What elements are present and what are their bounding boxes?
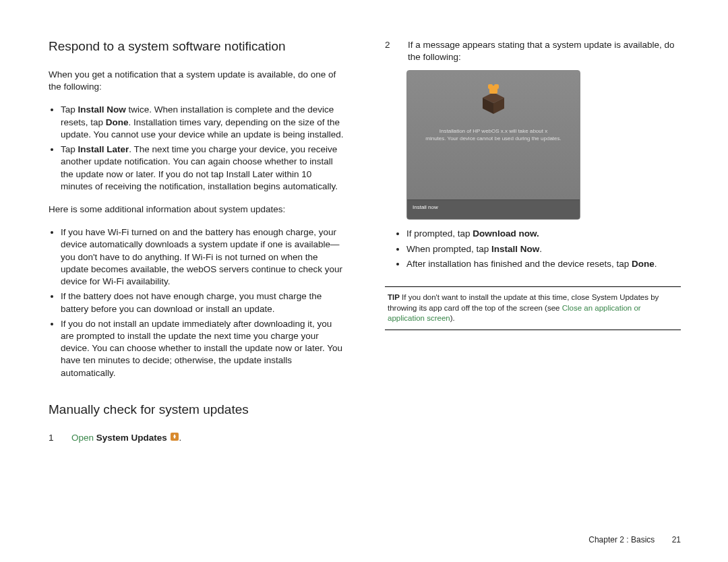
action-bullets: Tap Install Now twice. When installation…: [49, 104, 344, 193]
heading-manual-check: Manually check for system updates: [49, 402, 344, 417]
text: If prompted, tap: [406, 228, 473, 239]
left-column: Respond to a system software notificatio…: [49, 39, 344, 562]
open-link[interactable]: Open: [71, 433, 96, 443]
step-text: Open System Updates .: [71, 432, 344, 445]
step-number: 2: [385, 39, 393, 63]
page: Respond to a system software notificatio…: [0, 0, 728, 562]
list-item: If the battery does not have enough char…: [61, 290, 344, 315]
footer-chapter: Chapter 2 : Basics: [588, 535, 655, 544]
text: .: [655, 259, 657, 269]
text: Tap: [61, 104, 78, 115]
step-number: 1: [49, 432, 57, 445]
svg-rect-8: [494, 84, 499, 89]
system-updates-icon: [170, 432, 179, 445]
step-2: 2 If a message appears stating that a sy…: [385, 39, 681, 63]
text: After installation has finished and the …: [406, 259, 632, 269]
text: When prompted, tap: [406, 244, 491, 254]
step-text: If a message appears stating that a syst…: [408, 39, 681, 63]
tip-box: TIP If you don't want to install the upd…: [385, 286, 681, 330]
list-item: If you have Wi-Fi turned on and the batt…: [61, 226, 344, 288]
footer-page-number: 21: [672, 535, 681, 544]
additional-intro: Here is some additional information abou…: [49, 204, 344, 216]
svg-rect-7: [488, 84, 493, 89]
svg-rect-2: [173, 436, 175, 438]
info-bullets: If you have Wi-Fi turned on and the batt…: [49, 226, 344, 379]
bold: Install Later: [78, 144, 129, 154]
text: Installation of HP webOS x.x will take a…: [439, 128, 547, 134]
list-item: If you do not install an update immediat…: [61, 318, 344, 379]
bold: Install Now: [78, 104, 126, 115]
bold: Done: [632, 259, 655, 269]
gift-icon: [475, 83, 512, 123]
list-item: When prompted, tap Install Now.: [406, 243, 681, 255]
device-screenshot: Installation of HP webOS x.x will take a…: [406, 70, 580, 220]
heading-respond: Respond to a system software notificatio…: [49, 39, 344, 54]
text: .: [539, 244, 542, 254]
intro-paragraph: When you get a notification that a syste…: [49, 69, 344, 93]
right-column: 2 If a message appears stating that a sy…: [385, 39, 681, 562]
bold: Install Now: [491, 244, 539, 254]
list-item: If prompted, tap Download now.: [406, 228, 681, 240]
bold: Download now.: [473, 228, 539, 239]
screenshot-message: Installation of HP webOS x.x will take a…: [407, 128, 580, 142]
step2-sub-bullets: If prompted, tap Download now. When prom…: [394, 228, 681, 270]
bold: System Updates: [96, 433, 170, 443]
bold: Done: [106, 117, 129, 127]
text: Tap: [61, 144, 78, 154]
list-item: After installation has finished and the …: [406, 258, 681, 270]
tip-after: ).: [450, 314, 455, 322]
bullet-install-later: Tap Install Later. The next time you cha…: [61, 144, 344, 193]
text: .: [179, 433, 182, 443]
tip-label: TIP: [388, 293, 400, 301]
page-footer: Chapter 2 : Basics 21: [588, 535, 681, 544]
screenshot-install-button: Install now: [407, 199, 580, 219]
step-1: 1 Open System Updates .: [49, 432, 344, 445]
bullet-install-now: Tap Install Now twice. When installation…: [61, 104, 344, 141]
text: minutes. Your device cannot be used duri…: [425, 135, 561, 142]
